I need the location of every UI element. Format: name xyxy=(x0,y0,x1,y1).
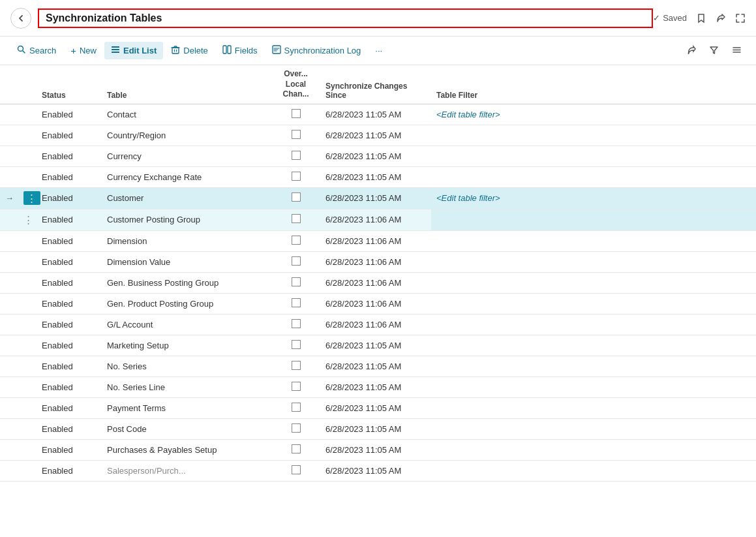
table-row[interactable]: EnabledNo. Series Line6/28/2023 11:05 AM xyxy=(0,376,756,397)
row-table-name[interactable]: Currency Exchange Rate xyxy=(102,166,271,187)
sync-log-button[interactable]: Synchronization Log xyxy=(265,42,368,59)
row-override-checkbox[interactable] xyxy=(271,314,320,335)
row-table-filter[interactable] xyxy=(431,397,756,418)
table-row[interactable]: EnabledContact6/28/2023 11:05 AM<Edit ta… xyxy=(0,104,756,125)
drag-dots[interactable]: ⋮ xyxy=(23,214,34,225)
row-table-filter[interactable] xyxy=(431,251,756,272)
checkbox[interactable] xyxy=(292,277,301,286)
drag-handle[interactable]: ⋮ xyxy=(18,187,37,209)
row-table-name[interactable]: Customer xyxy=(102,187,271,209)
table-row[interactable]: EnabledDimension6/28/2023 11:06 AM xyxy=(0,230,756,251)
table-row[interactable]: EnabledPayment Terms6/28/2023 11:05 AM xyxy=(0,397,756,418)
table-row[interactable]: EnabledMarketing Setup6/28/2023 11:05 AM xyxy=(0,335,756,356)
row-table-name[interactable]: G/L Account xyxy=(102,314,271,335)
row-override-checkbox[interactable] xyxy=(271,439,320,460)
bookmark-icon[interactable] xyxy=(696,13,706,23)
drag-handle[interactable] xyxy=(18,418,37,439)
table-row[interactable]: EnabledCurrency6/28/2023 11:05 AM xyxy=(0,146,756,166)
share-icon[interactable] xyxy=(716,13,726,23)
row-override-checkbox[interactable] xyxy=(271,376,320,397)
list-settings-icon[interactable] xyxy=(728,42,746,59)
col-header-over[interactable]: Over...LocalChan... xyxy=(271,65,320,104)
drag-handle[interactable] xyxy=(18,230,37,251)
row-override-checkbox[interactable] xyxy=(271,293,320,314)
row-table-filter[interactable] xyxy=(431,272,756,293)
checkbox[interactable] xyxy=(292,298,301,307)
table-row[interactable]: EnabledCurrency Exchange Rate6/28/2023 1… xyxy=(0,166,756,187)
row-table-filter[interactable] xyxy=(431,439,756,460)
row-table-name[interactable]: Gen. Business Posting Group xyxy=(102,272,271,293)
drag-handle[interactable] xyxy=(18,251,37,272)
row-table-filter[interactable] xyxy=(431,166,756,187)
edit-list-button[interactable]: Edit List xyxy=(104,42,163,59)
table-row[interactable]: EnabledGen. Product Posting Group6/28/20… xyxy=(0,293,756,314)
checkbox[interactable] xyxy=(292,256,301,266)
row-table-name[interactable]: Payment Terms xyxy=(102,397,271,418)
row-table-filter[interactable] xyxy=(431,314,756,335)
checkbox[interactable] xyxy=(292,109,301,118)
row-override-checkbox[interactable] xyxy=(271,230,320,251)
checkbox[interactable] xyxy=(292,444,301,453)
checkbox[interactable] xyxy=(292,465,301,474)
row-override-checkbox[interactable] xyxy=(271,335,320,356)
row-table-name[interactable]: Salesperson/Purch... xyxy=(102,460,271,481)
row-table-name[interactable]: Dimension Value xyxy=(102,251,271,272)
table-row[interactable]: EnabledCountry/Region6/28/2023 11:05 AM xyxy=(0,125,756,146)
row-table-filter[interactable] xyxy=(431,230,756,251)
table-row[interactable]: EnabledNo. Series6/28/2023 11:05 AM xyxy=(0,356,756,376)
drag-handle[interactable] xyxy=(18,104,37,125)
drag-dots-selected[interactable]: ⋮ xyxy=(23,191,40,205)
row-table-filter[interactable]: <Edit table filter> xyxy=(431,104,756,125)
drag-handle[interactable] xyxy=(18,146,37,166)
drag-handle[interactable] xyxy=(18,314,37,335)
more-button[interactable]: ··· xyxy=(369,42,389,59)
row-override-checkbox[interactable] xyxy=(271,166,320,187)
table-row[interactable]: EnabledPurchases & Payables Setup6/28/20… xyxy=(0,439,756,460)
col-header-filter[interactable]: Table Filter xyxy=(431,65,756,104)
row-table-name[interactable]: Marketing Setup xyxy=(102,335,271,356)
col-header-table[interactable]: Table xyxy=(102,65,271,104)
row-table-filter[interactable] xyxy=(431,460,756,481)
drag-handle[interactable] xyxy=(18,272,37,293)
table-row[interactable]: EnabledG/L Account6/28/2023 11:06 AM xyxy=(0,314,756,335)
row-override-checkbox[interactable] xyxy=(271,104,320,125)
row-table-name[interactable]: No. Series xyxy=(102,356,271,376)
row-override-checkbox[interactable] xyxy=(271,187,320,209)
row-override-checkbox[interactable] xyxy=(271,418,320,439)
row-table-filter[interactable] xyxy=(431,209,756,230)
back-button[interactable] xyxy=(10,8,31,29)
checkbox[interactable] xyxy=(292,172,301,181)
table-row[interactable]: →⋮EnabledCustomer6/28/2023 11:05 AM<Edit… xyxy=(0,187,756,209)
expand-icon[interactable] xyxy=(735,13,746,23)
table-row[interactable]: EnabledGen. Business Posting Group6/28/2… xyxy=(0,272,756,293)
row-override-checkbox[interactable] xyxy=(271,397,320,418)
row-table-filter[interactable] xyxy=(431,356,756,376)
row-table-filter[interactable] xyxy=(431,146,756,166)
checkbox[interactable] xyxy=(292,192,301,202)
checkbox[interactable] xyxy=(292,130,301,139)
row-override-checkbox[interactable] xyxy=(271,209,320,230)
row-table-filter[interactable] xyxy=(431,418,756,439)
checkbox[interactable] xyxy=(292,423,301,433)
row-table-filter[interactable] xyxy=(431,335,756,356)
search-button[interactable]: Search xyxy=(10,42,63,59)
fields-button[interactable]: Fields xyxy=(216,42,264,59)
drag-handle[interactable] xyxy=(18,166,37,187)
row-table-name[interactable]: Post Code xyxy=(102,418,271,439)
checkbox[interactable] xyxy=(292,151,301,160)
row-override-checkbox[interactable] xyxy=(271,356,320,376)
checkbox[interactable] xyxy=(292,319,301,328)
checkbox[interactable] xyxy=(292,403,301,412)
row-table-filter[interactable] xyxy=(431,376,756,397)
row-table-name[interactable]: Contact xyxy=(102,104,271,125)
col-header-status[interactable]: Status xyxy=(37,65,102,104)
table-row[interactable]: EnabledDimension Value6/28/2023 11:06 AM xyxy=(0,251,756,272)
drag-handle[interactable] xyxy=(18,293,37,314)
checkbox[interactable] xyxy=(292,236,301,245)
checkbox[interactable] xyxy=(292,382,301,391)
row-table-name[interactable]: Country/Region xyxy=(102,125,271,146)
row-override-checkbox[interactable] xyxy=(271,251,320,272)
table-row[interactable]: ⋮EnabledCustomer Posting Group6/28/2023 … xyxy=(0,209,756,230)
drag-handle[interactable] xyxy=(18,397,37,418)
share-toolbar-icon[interactable] xyxy=(682,42,700,59)
